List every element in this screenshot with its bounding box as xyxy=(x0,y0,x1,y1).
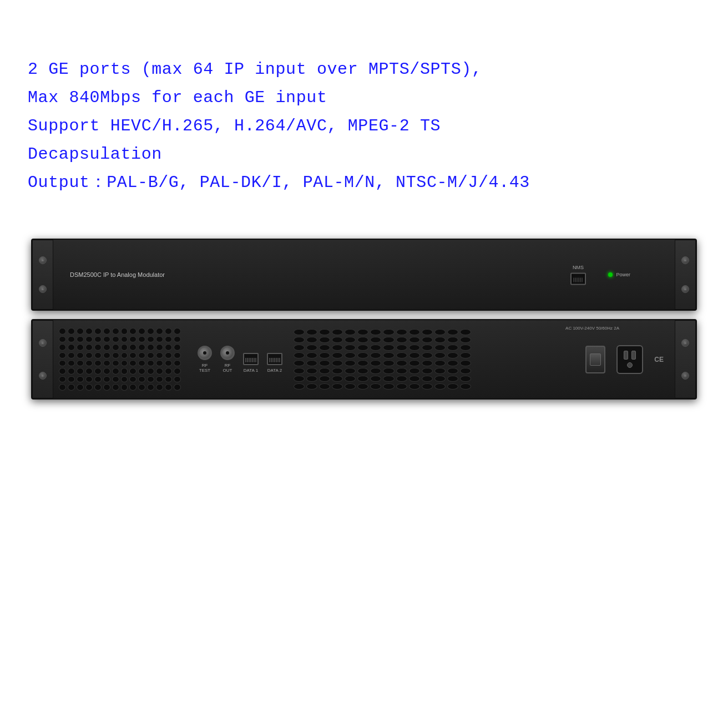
nms-rj45-port xyxy=(570,273,586,285)
device-front: DSM2500C IP to Analog Modulator NMS Powe… xyxy=(31,239,697,311)
vent-hole xyxy=(147,328,154,334)
vent-hole xyxy=(345,368,356,374)
vent-hole xyxy=(460,329,471,335)
ce-mark: CE xyxy=(654,356,664,363)
vent-hole xyxy=(319,383,330,390)
vent-hole xyxy=(59,352,66,358)
vent-hole xyxy=(147,344,154,350)
rear-screw-tl xyxy=(39,339,47,347)
vent-hole xyxy=(306,360,317,366)
vent-hole xyxy=(85,352,93,358)
vent-hole xyxy=(294,376,305,382)
vent-hole xyxy=(319,376,330,382)
vent-hole xyxy=(409,337,420,343)
vent-hole xyxy=(165,352,172,358)
nms-label: NMS xyxy=(573,265,584,270)
vent-hole xyxy=(357,352,368,358)
vent-hole xyxy=(357,360,368,366)
vent-hole xyxy=(460,368,471,374)
vent-hole xyxy=(94,360,102,366)
rf-test-connector xyxy=(198,346,212,360)
iec-prongs xyxy=(624,351,636,360)
vent-hole xyxy=(332,368,343,374)
vent-grid-left xyxy=(59,328,181,391)
vent-hole xyxy=(68,352,75,358)
vent-hole xyxy=(434,376,446,382)
vent-hole xyxy=(68,328,75,334)
vent-hole xyxy=(319,329,330,335)
vent-right xyxy=(294,329,471,390)
vent-hole xyxy=(85,384,93,390)
vent-hole xyxy=(460,337,471,343)
vent-hole xyxy=(174,328,181,334)
vent-hole xyxy=(112,336,119,342)
vent-hole xyxy=(306,383,317,390)
data1-label: DATA 1 xyxy=(244,368,258,373)
vent-hole xyxy=(165,376,172,382)
vent-hole xyxy=(68,376,75,382)
nms-area: NMS xyxy=(570,265,586,285)
device-label: DSM2500C IP to Analog Modulator xyxy=(70,271,165,278)
vent-hole xyxy=(129,352,136,358)
vent-hole xyxy=(345,383,356,390)
vent-hole xyxy=(370,383,381,390)
power-spec-label: AC 100V-240V 50/60Hz 2A xyxy=(565,326,619,331)
spec-line-3: Support HEVC/H.265, H.264/AVC, MPEG-2 TS xyxy=(28,112,700,140)
vent-hole xyxy=(138,360,145,366)
iec-prong-right xyxy=(631,351,636,360)
vent-hole xyxy=(383,329,394,335)
vent-hole xyxy=(332,329,343,335)
vent-hole xyxy=(396,337,407,343)
vent-hole xyxy=(357,337,368,343)
vent-hole xyxy=(319,337,330,343)
vent-hole xyxy=(103,328,110,334)
vent-hole xyxy=(422,345,433,351)
vent-hole xyxy=(332,352,343,358)
vent-hole xyxy=(370,337,381,343)
vent-hole xyxy=(370,345,381,351)
vent-hole xyxy=(129,328,136,334)
vent-hole xyxy=(94,368,102,374)
vent-hole xyxy=(165,328,172,334)
vent-hole xyxy=(156,336,163,342)
switch-button[interactable] xyxy=(590,353,601,366)
vent-hole xyxy=(332,376,343,382)
vent-hole xyxy=(294,337,305,343)
vent-hole xyxy=(409,352,420,358)
vent-hole xyxy=(138,328,145,334)
vent-hole xyxy=(94,328,102,334)
vent-hole xyxy=(447,337,458,343)
spec-line-5: Output：PAL-B/G, PAL-DK/I, PAL-M/N, NTSC-… xyxy=(28,169,700,197)
vent-hole xyxy=(121,360,128,366)
vent-hole xyxy=(77,368,84,374)
vent-hole xyxy=(103,360,110,366)
vent-hole xyxy=(319,345,330,351)
vent-hole xyxy=(138,344,145,350)
vent-hole xyxy=(94,352,102,358)
vent-hole xyxy=(129,376,136,382)
vent-hole xyxy=(121,344,128,350)
vent-hole xyxy=(357,368,368,374)
vent-hole xyxy=(460,352,471,358)
vent-hole xyxy=(383,376,394,382)
data1-group: DATA 1 xyxy=(243,353,259,373)
vent-hole xyxy=(345,329,356,335)
vent-hole xyxy=(460,360,471,366)
specs-section: 2 GE ports (max 64 IP input over MPTS/SP… xyxy=(28,55,700,197)
vent-hole xyxy=(138,336,145,342)
vent-hole xyxy=(85,344,93,350)
vent-hole xyxy=(103,336,110,342)
vent-hole xyxy=(94,344,102,350)
vent-hole xyxy=(129,384,136,390)
vent-hole xyxy=(129,368,136,374)
vent-hole xyxy=(396,383,407,390)
vent-hole xyxy=(77,376,84,382)
vent-hole xyxy=(306,352,317,358)
vent-hole xyxy=(174,384,181,390)
vent-hole xyxy=(121,328,128,334)
power-switch[interactable] xyxy=(585,346,605,373)
vent-hole xyxy=(129,344,136,350)
vent-hole xyxy=(294,329,305,335)
vent-hole xyxy=(121,336,128,342)
vent-hole xyxy=(156,368,163,374)
